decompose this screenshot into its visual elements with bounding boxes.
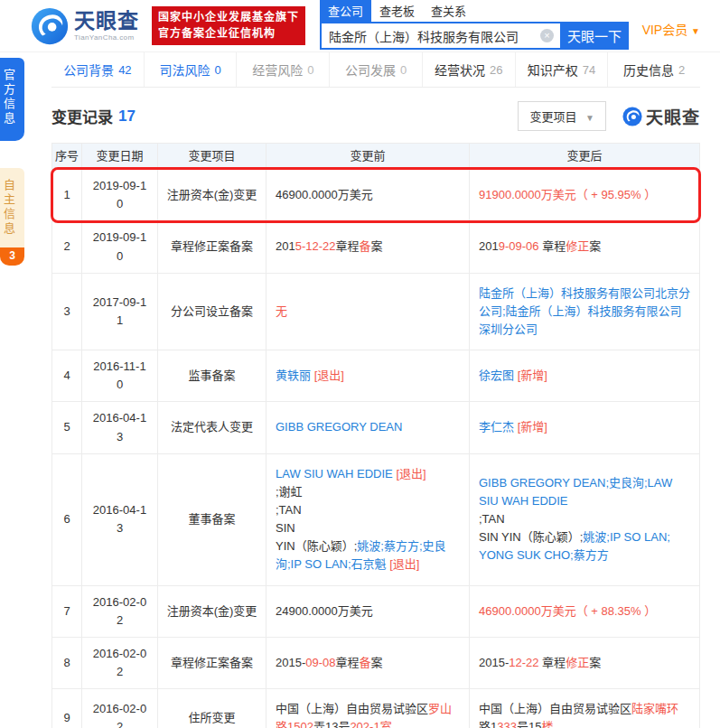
change-item-cell: 董事备案 — [158, 454, 266, 585]
before-cell: 46900.0000万美元 — [266, 170, 470, 220]
tianyancha-eye-icon — [622, 107, 642, 126]
row-number-cell: 3 — [52, 274, 82, 350]
change-record-table: 序号变更日期变更项目变更前变更后12019-09-10注册资本(金)变更4690… — [51, 143, 700, 728]
change-date-cell: 2016-02-02 — [82, 638, 158, 688]
after-cell: 李仁杰 [新增] — [470, 402, 699, 453]
cell-text: 201 — [479, 239, 499, 253]
chevron-down-icon: ▼ — [691, 26, 700, 36]
cell-text: 2015- — [276, 656, 305, 669]
column-header: 序号 — [52, 144, 82, 169]
entity-link[interactable]: LAW SIU WAH EDDIE — [276, 467, 393, 481]
change-date-cell: 2019-09-10 — [82, 221, 158, 272]
cell-text: 24900.0000万美元 — [276, 604, 373, 618]
sidebar-tab-official-info[interactable]: 官方信息 — [0, 58, 24, 141]
section-title: 变更记录 — [51, 105, 113, 127]
nav-tab[interactable]: 知识产权74 — [516, 52, 609, 87]
nav-tab-count: 0 — [214, 63, 220, 77]
cell-text: ;谢虹 ;TAN SIN YIN（陈心颖）; — [276, 485, 357, 553]
table-row: 52016-04-13法定代表人变更GIBB GREGORY DEAN李仁杰 [… — [52, 402, 699, 453]
change-date-cell: 2019-09-10 — [82, 170, 158, 220]
cell-text: 91900.0000万美元（ + 95.95% ） — [479, 188, 656, 201]
change-item-cell: 注册资本(金)变更 — [158, 170, 266, 220]
column-header: 变更后 — [470, 144, 699, 169]
search-tab[interactable]: 查关系 — [423, 0, 474, 22]
entity-link[interactable]: 徐宏图 — [479, 369, 514, 382]
search-button[interactable]: 天眼一下 — [560, 22, 629, 50]
cell-text: 章程 — [539, 656, 566, 669]
nav-tab[interactable]: 经营风险0 — [237, 52, 330, 87]
change-date-cell: 2017-09-11 — [82, 274, 158, 350]
nav-tab-count: 42 — [118, 63, 131, 77]
after-cell: 2019-09-06 章程修正案 — [470, 221, 699, 272]
cell-text: 章程 — [336, 239, 360, 253]
nav-tab-count: 26 — [490, 63, 502, 77]
cell-text: 9-09-06 — [499, 239, 539, 253]
cell-text: 中国（上海）自由贸易试验区 — [276, 702, 428, 715]
change-date-cell: 2016-11-10 — [82, 350, 158, 401]
entity-link[interactable]: 黄轶丽 — [276, 369, 311, 382]
search-tab[interactable]: 查老板 — [371, 0, 423, 22]
before-cell: LAW SIU WAH EDDIE [退出] ;谢虹 ;TAN SIN YIN（… — [266, 454, 470, 585]
row-number-cell: 8 — [52, 638, 82, 688]
table-row: 82016-02-02章程修正案备案2015-09-08章程备案2015-12-… — [52, 638, 699, 689]
cell-text: 备 — [360, 656, 371, 669]
before-cell: 2015-12-22章程备案 — [266, 221, 470, 272]
cell-text: [新增] — [514, 369, 547, 382]
cell-text: 46900.0000万美元 — [276, 188, 373, 201]
entity-link[interactable]: 李仁杰 — [479, 420, 514, 434]
row-number-cell: 2 — [52, 221, 82, 272]
nav-tab[interactable]: 司法风险0 — [145, 52, 238, 87]
watermark-label: 天眼查 — [646, 104, 700, 128]
cell-text: 09-08 — [305, 656, 335, 669]
cell-text: [退出] — [387, 557, 420, 571]
top-header: 天眼查 TianYanCha.com 国家中小企业发展基金旗下 官方备案企业征信… — [0, 0, 720, 52]
row-number-cell: 6 — [52, 454, 82, 585]
entity-link[interactable]: 陆金所（上海）科技服务有限公司北京分公司;陆金所（上海）科技服务有限公司深圳分公… — [479, 286, 690, 336]
column-header: 变更项目 — [158, 144, 266, 169]
certification-line2: 官方备案企业征信机构 — [158, 26, 299, 42]
cell-text: 案 — [371, 239, 383, 253]
nav-tab-count: 0 — [400, 63, 407, 77]
cell-text: 2015- — [479, 656, 509, 669]
sidebar-tab-self-info[interactable]: 自主信息 3 — [0, 168, 24, 266]
chevron-down-icon: ▼ — [585, 113, 594, 123]
change-item-filter-dropdown[interactable]: 变更项目 ▼ — [518, 101, 606, 131]
cell-text: 陆家嘴环 — [631, 702, 678, 715]
after-cell: 中国（上海）自由贸易试验区陆家嘴环路1333号15楼 — [470, 689, 699, 728]
logo-title: 天眼查 — [74, 11, 139, 32]
cell-text: 中国（上海）自由贸易试验区 — [479, 702, 631, 715]
cell-text: [新增] — [514, 420, 547, 434]
change-item-cell: 章程修正案备案 — [158, 221, 266, 272]
after-cell: 陆金所（上海）科技服务有限公司北京分公司;陆金所（上海）科技服务有限公司深圳分公… — [470, 274, 699, 350]
nav-tab[interactable]: 公司发展0 — [330, 52, 423, 87]
after-cell: 91900.0000万美元（ + 95.95% ） — [470, 170, 699, 220]
cell-text: 案 — [371, 656, 383, 669]
tianyancha-logo[interactable]: 天眼查 TianYanCha.com — [31, 7, 139, 45]
before-cell: 2015-09-08章程备案 — [266, 638, 470, 688]
clear-icon[interactable]: × — [540, 29, 554, 42]
vip-member-link[interactable]: VIP会员 ▼ — [642, 20, 700, 38]
cell-text: 章程 — [336, 656, 360, 669]
nav-tab[interactable]: 经营状况26 — [423, 52, 516, 87]
entity-link[interactable]: GIBB GREGORY DEAN;史良洵;LAW SIU WAH EDDIE — [479, 476, 672, 508]
change-item-cell: 分公司设立备案 — [158, 274, 266, 350]
cell-text: 案 — [589, 239, 601, 253]
entity-link[interactable]: GIBB GREGORY DEAN — [276, 420, 402, 434]
change-item-cell: 注册资本(金)变更 — [158, 586, 266, 637]
nav-tab[interactable]: 公司背景42 — [51, 52, 145, 87]
search-tab[interactable]: 查公司 — [320, 0, 371, 22]
search-input[interactable] — [320, 22, 560, 50]
table-row: 32017-09-11分公司设立备案无陆金所（上海）科技服务有限公司北京分公司;… — [52, 274, 699, 350]
cell-text: 修正 — [566, 239, 589, 253]
cell-text: 弄13号 — [313, 720, 350, 728]
before-cell: 24900.0000万美元 — [266, 586, 470, 637]
column-header: 变更日期 — [82, 144, 158, 169]
row-number-cell: 7 — [52, 586, 82, 637]
section-count: 17 — [118, 107, 136, 126]
nav-tab-count: 74 — [583, 63, 595, 77]
nav-tab[interactable]: 历史信息2 — [608, 52, 700, 87]
self-info-count-badge: 3 — [0, 247, 24, 266]
before-cell: 无 — [266, 274, 470, 350]
table-row: 12019-09-10注册资本(金)变更46900.0000万美元91900.0… — [52, 170, 699, 221]
cell-text: 路1 — [479, 720, 497, 728]
